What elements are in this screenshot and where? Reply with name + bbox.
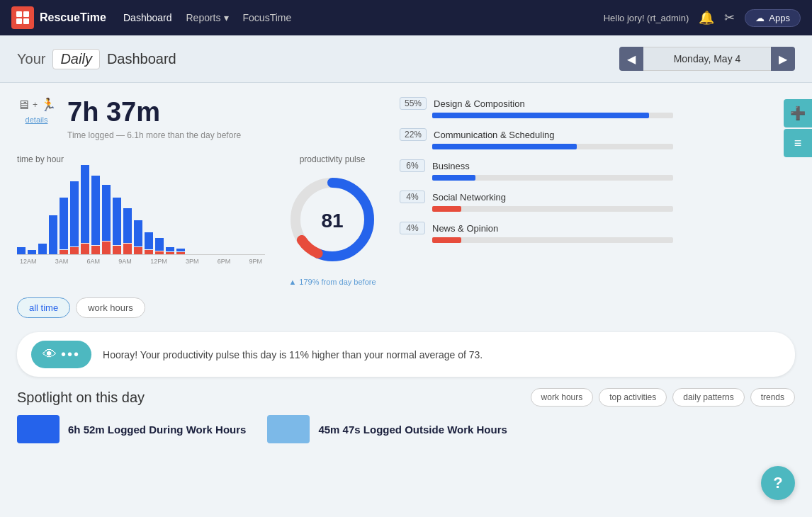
axis-label: 3AM	[55, 258, 69, 265]
svg-rect-1	[23, 11, 29, 17]
category-pct: 4%	[400, 191, 425, 203]
category-header: 4%News & Opinion	[400, 222, 795, 234]
bar-blue	[17, 247, 26, 254]
category-pct: 6%	[400, 159, 425, 172]
next-date-button[interactable]: ▶	[771, 47, 795, 71]
work-hours-filter[interactable]: work hours	[76, 297, 145, 318]
bar-item	[155, 238, 164, 254]
daily-selector[interactable]: Daily	[52, 49, 99, 69]
svg-rect-3	[23, 18, 29, 24]
time-subtitle: Time logged — 6.1h more than the day bef…	[67, 130, 241, 140]
category-bar-fill	[432, 206, 461, 212]
bar-blue	[70, 181, 79, 246]
bar-red	[166, 252, 174, 254]
bar-item	[113, 198, 121, 254]
apps-button[interactable]: ☁ Apps	[745, 9, 801, 27]
tab-trends[interactable]: trends	[750, 388, 795, 407]
insight-eye-button[interactable]: 👁 •••	[31, 341, 91, 368]
bar-red	[123, 244, 132, 254]
list-button[interactable]: ≡	[784, 129, 812, 157]
svg-rect-0	[16, 11, 22, 17]
donut-section: productivity pulse 81 ▲ 179% from day be…	[279, 154, 385, 286]
axis-label: 9PM	[249, 258, 262, 265]
navbar: RescueTime Dashboard Reports ▾ FocusTime…	[0, 0, 812, 35]
category-item: 4%Social Networking	[400, 191, 795, 212]
right-panel: 55%Design & Composition22%Communication …	[400, 97, 795, 318]
prev-date-button[interactable]: ◀	[619, 47, 643, 71]
cloud-icon: ☁	[755, 13, 765, 23]
category-bar-track	[432, 113, 673, 118]
help-button[interactable]: ?	[761, 466, 795, 500]
tab-daily-patterns[interactable]: daily patterns	[672, 388, 744, 407]
bar-blue	[113, 198, 121, 245]
category-pct: 22%	[400, 128, 427, 141]
bar-item	[102, 185, 111, 254]
nav-focustime[interactable]: FocusTime	[243, 12, 292, 23]
bar-red	[81, 244, 89, 254]
category-bar-track	[432, 206, 673, 212]
category-name[interactable]: Design & Composition	[434, 98, 525, 109]
nav-dashboard[interactable]: Dashboard	[123, 12, 172, 23]
sidebar-float: ➕ ≡	[784, 99, 812, 157]
category-name[interactable]: Business	[432, 161, 470, 171]
bar-chart	[17, 170, 265, 255]
stat-value-2: 45m 47s Logged Outside Work Hours	[318, 424, 507, 436]
date-nav: ◀ Monday, May 4 ▶	[619, 47, 795, 71]
time-info: 7h 37m Time logged — 6.1h more than the …	[67, 97, 241, 140]
bell-icon[interactable]: 🔔	[699, 10, 714, 25]
time-filters: all time work hours	[17, 297, 385, 318]
bar-red	[134, 247, 142, 254]
stat-work-hours: 6h 52m Logged During Work Hours	[17, 415, 246, 443]
tab-top-activities[interactable]: top activities	[599, 388, 667, 407]
bar-item	[134, 220, 142, 254]
bar-blue	[155, 238, 164, 251]
tab-work-hours[interactable]: work hours	[531, 388, 594, 407]
bar-red	[70, 247, 79, 254]
bar-red	[155, 251, 164, 254]
axis-label: 12PM	[150, 258, 167, 265]
category-bar-fill	[432, 113, 649, 118]
bar-item	[70, 181, 79, 254]
dropdown-arrow-icon: ▾	[224, 12, 229, 23]
bar-item	[145, 232, 153, 254]
main-content: 🖥 + 🏃 details 7h 37m Time logged — 6.1h …	[0, 83, 812, 332]
category-bar-track	[432, 175, 673, 181]
category-name[interactable]: Social Networking	[432, 192, 506, 203]
details-link[interactable]: details	[17, 115, 56, 124]
category-name[interactable]: News & Opinion	[432, 223, 498, 234]
person-icon: 🏃	[40, 97, 56, 113]
stat-thumb-2	[267, 415, 310, 443]
bar-chart-section: time by hour 12AM3AM6AM9AM12PM3PM6PM9PM	[17, 154, 265, 265]
bar-item	[49, 215, 57, 254]
arrow-up-icon: ▲	[288, 278, 296, 286]
axis-label: 9AM	[118, 258, 132, 265]
bar-blue	[91, 176, 100, 245]
nav-right: Hello jory! (rt_admin) 🔔 ✂ ☁ Apps	[604, 9, 801, 27]
your-label: Your	[17, 51, 45, 67]
bar-item	[38, 244, 47, 254]
bar-red	[176, 252, 185, 254]
bar-blue	[81, 165, 89, 243]
add-goal-button[interactable]: ➕	[784, 99, 812, 127]
spotlight-stats: 6h 52m Logged During Work Hours 45m 47s …	[17, 415, 795, 443]
tools-icon[interactable]: ✂	[724, 10, 735, 25]
nav-reports[interactable]: Reports ▾	[186, 12, 228, 23]
category-header: 55%Design & Composition	[400, 97, 795, 110]
time-logged-section: 🖥 + 🏃 details 7h 37m Time logged — 6.1h …	[17, 97, 385, 140]
bar-blue	[176, 249, 185, 251]
category-pct: 55%	[400, 97, 427, 110]
nav-links: Dashboard Reports ▾ FocusTime	[123, 12, 587, 23]
charts-row: time by hour 12AM3AM6AM9AM12PM3PM6PM9PM …	[17, 154, 385, 286]
all-time-filter[interactable]: all time	[17, 297, 70, 318]
left-panel: 🖥 + 🏃 details 7h 37m Time logged — 6.1h …	[17, 97, 385, 318]
category-header: 22%Communication & Scheduling	[400, 128, 795, 141]
category-name[interactable]: Communication & Scheduling	[434, 130, 555, 140]
eye-icon: 👁	[43, 346, 57, 363]
category-item: 6%Business	[400, 159, 795, 181]
bar-item	[81, 165, 89, 254]
total-time: 7h 37m	[67, 97, 241, 127]
list-icon: ≡	[794, 136, 802, 151]
donut-score: 81	[321, 210, 343, 232]
category-bar-track	[432, 237, 673, 243]
page-header: Your Daily Dashboard ◀ Monday, May 4 ▶	[0, 35, 812, 83]
